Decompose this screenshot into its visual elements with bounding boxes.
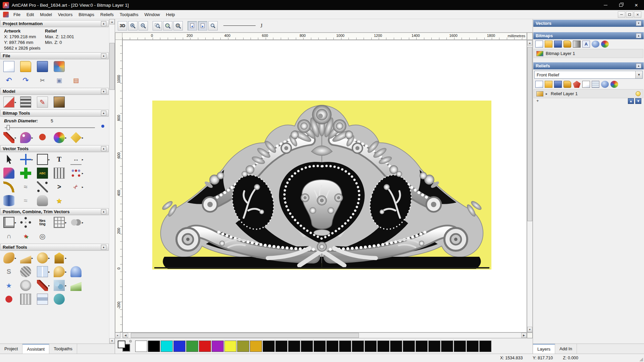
smooth-relief-icon[interactable]: ▸ (20, 252, 34, 263)
bitmap-colours-icon[interactable] (601, 41, 609, 48)
tab-assistant[interactable]: Assistant (22, 344, 49, 354)
open-model-icon[interactable] (20, 61, 34, 72)
brush-diameter-slider[interactable] (4, 124, 105, 130)
restore-button[interactable] (613, 0, 629, 10)
scroll-up-button[interactable]: ▲ (109, 19, 115, 24)
edit-model-icon[interactable]: ✎ (37, 97, 51, 108)
collapse-project-info-button[interactable]: ▲ (101, 21, 106, 26)
open-relief-icon[interactable] (545, 81, 552, 88)
scale-relief-icon[interactable] (573, 81, 581, 88)
collapse-relief-tools-button[interactable]: ▲ (101, 245, 106, 250)
palette-swatch[interactable] (212, 341, 224, 352)
slice-vectors-icon[interactable]: ∩ (3, 231, 17, 242)
line-style-preview[interactable]: J (223, 22, 263, 29)
paste-along-curve-icon[interactable] (54, 168, 67, 179)
palette-swatch[interactable] (454, 341, 466, 352)
relief-layer-row[interactable]: ▸ Relief Layer 1 (534, 89, 643, 98)
scroll-down-button[interactable]: ▼ (109, 338, 115, 344)
reset-relief-icon[interactable] (592, 81, 599, 88)
save-model-icon[interactable] (37, 61, 51, 72)
zoom-in-button[interactable] (128, 21, 138, 31)
palette-swatch[interactable] (224, 341, 236, 352)
star-relief-icon[interactable]: ★ (3, 280, 17, 291)
resize-grip[interactable]: ◢ (639, 357, 643, 361)
swap-colours-icon[interactable] (129, 340, 132, 343)
trim-vectors-icon[interactable]: ✂▸ (70, 181, 84, 192)
menu-item[interactable]: Help (163, 11, 178, 18)
palette-swatch[interactable] (301, 341, 313, 352)
move-layer-up-button[interactable]: ▲ (628, 98, 634, 104)
tab-add-in[interactable]: Add In (555, 344, 577, 354)
new-relief-icon[interactable] (535, 81, 543, 88)
block-array-icon[interactable]: ▸ (54, 217, 67, 228)
vector-doctor-icon[interactable] (37, 195, 51, 206)
palette-swatch[interactable] (326, 341, 338, 352)
collapse-bitmap-tools-button[interactable]: ▲ (101, 111, 106, 116)
paste-icon[interactable]: ▤ (70, 75, 84, 86)
palette-swatch[interactable] (479, 341, 491, 352)
create-spiral-icon[interactable]: ◎ (37, 231, 51, 242)
zoom-previous-button[interactable] (208, 21, 218, 31)
tab-layers[interactable]: Layers (533, 344, 555, 354)
relief-from-image-icon[interactable]: ▸ (37, 266, 51, 277)
create-star-icon[interactable]: ★ (54, 195, 67, 206)
canvas-vertical-scrollbar[interactable]: ▲ ▼ (527, 40, 533, 333)
slider-track[interactable] (5, 127, 95, 128)
relief-selector-dropdown[interactable]: Front Relief ▼ (534, 71, 643, 79)
create-cross-icon[interactable] (20, 168, 34, 179)
menu-item[interactable]: Edit (23, 11, 37, 18)
align-vectors-icon[interactable]: ▸ (3, 217, 17, 228)
colour-palette-icon[interactable]: ▸ (54, 132, 67, 143)
measure-icon[interactable]: ↔▸ (70, 154, 84, 165)
offset-vectors-icon[interactable] (3, 168, 17, 179)
model-preview-icon[interactable] (54, 97, 67, 108)
relief-colours-icon[interactable] (610, 81, 618, 88)
collapse-file-button[interactable]: ▲ (101, 53, 106, 58)
dome-relief-icon[interactable] (70, 266, 84, 277)
pane-splitter-button[interactable]: ▸ (115, 333, 120, 338)
zoom-window-button[interactable] (153, 21, 162, 31)
palette-swatch[interactable] (377, 341, 389, 352)
save-relief-icon[interactable] (554, 81, 562, 88)
canvas-horizontal-scrollbar[interactable]: ◀ ▶ (122, 333, 527, 338)
tab-project[interactable]: Project (0, 344, 22, 354)
sculpt-relief-icon[interactable]: ▸ (3, 252, 17, 263)
palette-swatch[interactable] (135, 341, 147, 352)
create-cylinder-icon[interactable] (3, 195, 17, 206)
zoom-objects-button[interactable] (163, 21, 172, 31)
menu-item[interactable]: File (10, 11, 23, 18)
palette-swatch[interactable] (314, 341, 326, 352)
texture-flow-icon[interactable]: ▸ (54, 280, 67, 291)
palette-swatch[interactable] (148, 341, 160, 352)
block-copy-icon[interactable]: ▸ (70, 168, 84, 179)
create-rectangle-icon[interactable]: ▸ (37, 154, 51, 165)
minimize-button[interactable] (598, 0, 613, 10)
scrollbar-thumb[interactable] (109, 43, 115, 90)
colour-picker-icon[interactable] (37, 132, 51, 143)
create-polyline-icon[interactable]: > (54, 181, 67, 192)
scroll-right-button[interactable]: ▶ (521, 333, 527, 338)
palette-swatch[interactable] (275, 341, 287, 352)
interactive-trim-icon[interactable]: ★ (20, 231, 34, 242)
palette-swatch[interactable] (288, 341, 300, 352)
free-smooth-icon[interactable]: ≈ (20, 181, 34, 192)
model-wizard-icon[interactable] (54, 61, 67, 72)
paint-selective-icon[interactable]: ▸ (20, 132, 34, 143)
tab-toolpaths[interactable]: Toolpaths (49, 344, 77, 354)
next-view-button[interactable] (198, 21, 207, 31)
shape-editor-icon[interactable]: ▸ (37, 252, 51, 263)
sweep-profile-icon[interactable]: S (3, 266, 17, 277)
palette-swatch[interactable] (403, 341, 415, 352)
bitmap-layer-row[interactable]: Bitmap Layer 1 (534, 49, 643, 58)
two-rail-sweep-icon[interactable]: ▸ (54, 266, 67, 277)
delete-bitmap-icon[interactable] (592, 41, 599, 48)
close-button[interactable]: × (629, 0, 644, 10)
greyscale-bitmap-icon[interactable] (573, 41, 581, 48)
create-text-icon[interactable]: T (54, 154, 67, 165)
undo-icon[interactable]: ↶ (3, 75, 17, 86)
zoom-out-button[interactable] (139, 21, 148, 31)
scrollbar-thumb[interactable] (527, 47, 532, 221)
fit-arcs-icon[interactable] (3, 181, 17, 192)
palette-swatch[interactable] (339, 341, 351, 352)
palette-swatch[interactable] (467, 341, 479, 352)
